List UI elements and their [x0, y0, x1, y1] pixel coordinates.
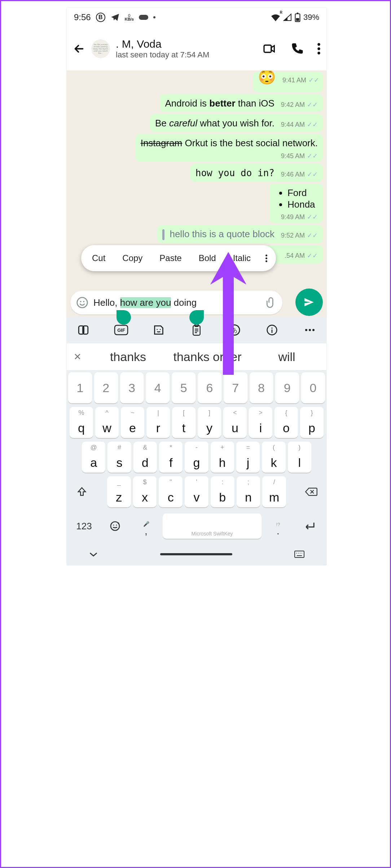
message-bubble[interactable]: Be careful what you wish for. 9:44 AM✓✓	[150, 114, 323, 132]
kb-sticker-icon[interactable]	[149, 324, 169, 336]
kb-key-k[interactable]: (k	[262, 442, 285, 473]
attach-button[interactable]	[265, 297, 277, 308]
kb-copilot-icon[interactable]	[73, 324, 93, 336]
kb-shift-key[interactable]	[68, 476, 96, 507]
nav-home-bar[interactable]	[160, 553, 232, 555]
kb-key-p[interactable]: }p	[300, 407, 324, 438]
contact-info[interactable]: . M, Voda last seen today at 7:54 AM	[116, 38, 256, 60]
kb-key-w[interactable]: ^w	[95, 407, 119, 438]
cut-action[interactable]: Cut	[90, 252, 107, 265]
kb-key-y[interactable]: ]y	[198, 407, 221, 438]
chat-app-bar: the life journey entails peeling away th…	[67, 27, 326, 70]
kb-key-7[interactable]: 7	[224, 372, 247, 403]
kb-translate-icon[interactable]: あ	[224, 324, 245, 336]
kb-key-n[interactable]: ;n	[237, 476, 260, 507]
italic-action[interactable]: Italic	[231, 252, 253, 265]
kb-period-key[interactable]: !? .	[264, 520, 293, 532]
read-ticks-icon: ✓✓	[307, 101, 318, 109]
kb-key-2[interactable]: 2	[94, 372, 118, 403]
kb-key-d[interactable]: &d	[133, 442, 157, 473]
kb-key-q[interactable]: %q	[70, 407, 93, 438]
svg-rect-29	[295, 551, 304, 557]
message-bubble[interactable]: how you do in? 9:46 AM✓✓	[190, 164, 323, 182]
kb-key-f[interactable]: *f	[159, 442, 183, 473]
message-bubble[interactable]: 😳 9:41 AM✓✓	[253, 72, 323, 92]
message-input[interactable]: Hello, how are you doing	[70, 291, 282, 314]
kb-key-r[interactable]: |r	[146, 407, 170, 438]
read-ticks-icon: ✓✓	[307, 152, 318, 160]
message-bubble[interactable]: Instagram Orkut is the best social netwo…	[136, 134, 323, 162]
svg-point-21	[272, 327, 273, 329]
more-actions-button[interactable]	[265, 255, 267, 262]
kb-key-0[interactable]: 0	[301, 372, 325, 403]
contact-avatar[interactable]: the life journey entails peeling away th…	[91, 39, 110, 58]
send-button[interactable]	[295, 288, 323, 316]
kb-mode-switch[interactable]: 123	[70, 521, 98, 532]
kb-key-s[interactable]: #s	[107, 442, 131, 473]
kb-key-t[interactable]: [t	[172, 407, 196, 438]
kb-more-icon[interactable]	[300, 329, 320, 331]
svg-point-25	[312, 329, 315, 331]
kb-key-3[interactable]: 3	[120, 372, 144, 403]
message-bubble[interactable]: Ford Honda 9:49 AM✓✓	[269, 184, 323, 223]
net-speed: 0 KB/s	[125, 14, 134, 21]
kb-clipboard-icon[interactable]	[186, 324, 207, 336]
message-bubble[interactable]: Android is better than iOS 9:42 AM✓✓	[160, 94, 323, 112]
kb-key-9[interactable]: 9	[275, 372, 299, 403]
kb-dismiss-suggestions[interactable]: ✕	[67, 351, 88, 363]
copy-action[interactable]: Copy	[120, 252, 145, 265]
kb-key-j[interactable]: =j	[236, 442, 260, 473]
kb-key-i[interactable]: >i	[249, 407, 272, 438]
battery-percent: 39%	[303, 13, 319, 22]
svg-point-14	[157, 329, 158, 330]
suggestion-1[interactable]: thanks	[88, 350, 168, 364]
suggestion-3[interactable]: will	[247, 350, 326, 364]
video-call-button[interactable]	[262, 42, 277, 56]
nav-keyboard-switch[interactable]	[294, 550, 305, 558]
kb-key-6[interactable]: 6	[198, 372, 221, 403]
chat-messages[interactable]: 😳 9:41 AM✓✓ Android is better than iOS 9…	[67, 70, 326, 288]
paste-action[interactable]: Paste	[157, 252, 184, 265]
kb-key-o[interactable]: {o	[274, 407, 298, 438]
svg-point-15	[160, 329, 161, 330]
kb-key-4[interactable]: 4	[146, 372, 170, 403]
kb-key-8[interactable]: 8	[250, 372, 273, 403]
kb-key-x[interactable]: $x	[133, 476, 157, 507]
kb-key-g[interactable]: -g	[185, 442, 208, 473]
voice-call-button[interactable]	[290, 42, 303, 55]
kb-key-5[interactable]: 5	[172, 372, 196, 403]
svg-rect-2	[296, 18, 299, 21]
kb-key-e[interactable]: ~e	[121, 407, 144, 438]
message-input-row: Hello, how are you doing	[67, 288, 326, 317]
message-text[interactable]: Hello, how are you doing	[93, 297, 260, 308]
kb-key-b[interactable]: :b	[211, 476, 234, 507]
bold-action[interactable]: Bold	[197, 252, 218, 265]
kb-emoji-icon[interactable]	[101, 520, 129, 532]
selection-handle-right[interactable]	[189, 310, 204, 325]
nav-hide-keyboard[interactable]	[88, 551, 98, 557]
suggestion-2[interactable]: thanks order	[168, 350, 247, 364]
svg-rect-16	[193, 326, 200, 335]
kb-key-a[interactable]: @a	[82, 442, 105, 473]
kb-key-1[interactable]: 1	[68, 372, 92, 403]
kb-key-u[interactable]: <u	[223, 407, 247, 438]
kb-enter-key[interactable]	[295, 521, 324, 531]
kb-key-v[interactable]: 'v	[185, 476, 208, 507]
kb-key-z[interactable]: _z	[107, 476, 131, 507]
contact-name: . M, Voda	[116, 38, 256, 50]
kb-backspace-key[interactable]	[298, 476, 325, 507]
kb-key-m[interactable]: /m	[262, 476, 286, 507]
message-bubble[interactable]: hello this is a quote block 9:52 AM✓✓	[157, 225, 323, 243]
kb-key-h[interactable]: +h	[211, 442, 234, 473]
kb-key-l[interactable]: )l	[288, 442, 311, 473]
kb-gif-icon[interactable]: GIF	[111, 325, 131, 335]
kb-spacebar[interactable]: Microsoft SwiftKey	[163, 513, 262, 539]
kb-info-icon[interactable]	[262, 324, 282, 336]
selection-handle-left[interactable]	[117, 310, 131, 325]
kb-key-c[interactable]: "c	[159, 476, 183, 507]
back-button[interactable]	[73, 42, 85, 55]
svg-point-31	[298, 553, 299, 554]
kb-comma-key[interactable]: 🎤 ,	[132, 520, 161, 532]
emoji-picker-button[interactable]	[76, 296, 88, 309]
more-options-button[interactable]	[317, 42, 321, 55]
